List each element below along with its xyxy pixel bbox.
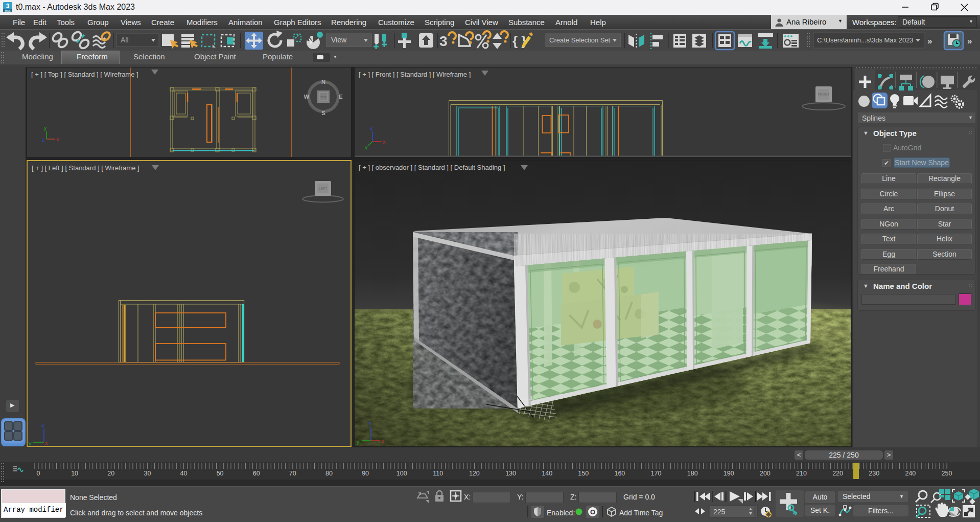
svg-text:z: z <box>368 420 371 426</box>
svg-text:C:\Users\aninh...s\3ds Max 202: C:\Users\aninh...s\3ds Max 2023 <box>817 36 914 44</box>
svg-text:Create Selection Set: Create Selection Set <box>549 36 611 44</box>
svg-text:160: 160 <box>614 470 625 477</box>
svg-text:50: 50 <box>217 470 224 477</box>
svg-text:z: z <box>370 125 373 131</box>
svg-text:W: W <box>304 94 310 100</box>
svg-text:z: z <box>41 422 44 428</box>
svg-text:y: y <box>357 439 360 445</box>
svg-text:190: 190 <box>724 470 734 477</box>
svg-text:60: 60 <box>253 470 260 477</box>
svg-text:»: » <box>967 36 972 46</box>
svg-text:180: 180 <box>687 470 698 477</box>
svg-text:x: x <box>45 440 48 446</box>
svg-text:»: » <box>927 36 932 46</box>
svg-text:10: 10 <box>71 470 78 477</box>
svg-text:O: O <box>590 508 595 516</box>
svg-text:230: 230 <box>869 470 879 477</box>
svg-text:3: 3 <box>6 3 10 10</box>
svg-text:225: 225 <box>713 508 726 516</box>
svg-text:0: 0 <box>37 470 40 477</box>
svg-text:150: 150 <box>578 470 589 477</box>
svg-text:120: 120 <box>469 470 480 477</box>
svg-text:40: 40 <box>180 470 188 477</box>
svg-text:200: 200 <box>760 470 771 477</box>
svg-text:y: y <box>44 125 47 131</box>
svg-text:110: 110 <box>433 470 443 477</box>
svg-text:TOP: TOP <box>320 96 326 99</box>
svg-text:220: 220 <box>832 470 843 477</box>
svg-text:80: 80 <box>325 470 333 477</box>
svg-text:70: 70 <box>289 470 296 477</box>
svg-text:170: 170 <box>651 470 662 477</box>
svg-text:210: 210 <box>796 470 807 477</box>
svg-text:MAX: MAX <box>5 9 11 12</box>
svg-text:z: z <box>42 137 45 143</box>
svg-text:90: 90 <box>362 470 369 477</box>
svg-text:N: N <box>321 79 325 85</box>
svg-text:FRONT: FRONT <box>818 93 829 96</box>
svg-text:240: 240 <box>905 470 916 477</box>
svg-text:100: 100 <box>396 470 407 477</box>
svg-text:30: 30 <box>144 470 151 477</box>
svg-text:x: x <box>383 139 386 145</box>
svg-text:y: y <box>365 144 368 150</box>
svg-text:x: x <box>381 438 384 444</box>
svg-text:E: E <box>339 94 342 100</box>
svg-text:250: 250 <box>942 470 952 477</box>
svg-text:x: x <box>56 136 59 142</box>
svg-text:3: 3 <box>439 33 448 49</box>
svg-text:All: All <box>121 36 129 44</box>
svg-text:LEFT: LEFT <box>319 187 327 190</box>
svg-text:S: S <box>321 110 325 116</box>
svg-text:130: 130 <box>505 470 516 477</box>
svg-text:y: y <box>29 440 32 446</box>
svg-text:View: View <box>331 36 347 44</box>
svg-text:140: 140 <box>542 470 552 477</box>
svg-text:20: 20 <box>107 470 114 477</box>
